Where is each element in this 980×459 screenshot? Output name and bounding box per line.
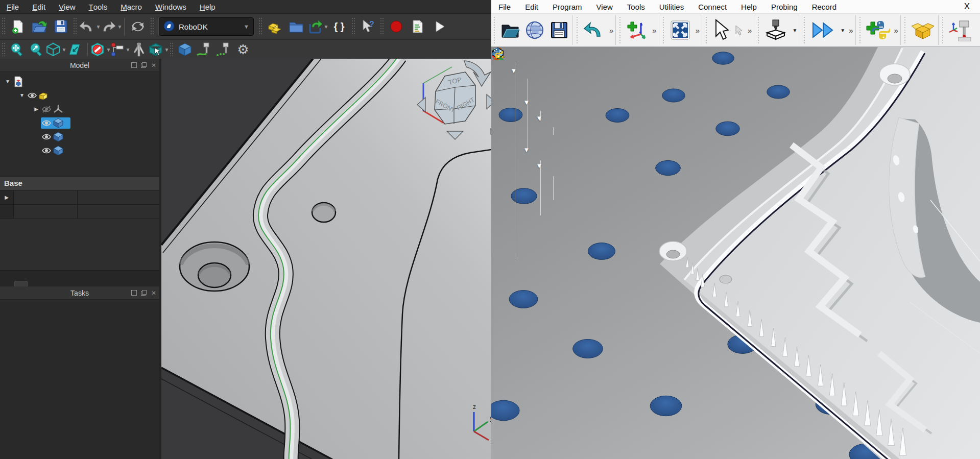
save-button[interactable]: [51, 16, 70, 37]
refresh-button[interactable]: [128, 16, 148, 37]
dropdown-caret[interactable]: ▼: [244, 23, 249, 30]
expander-right-icon[interactable]: ▶: [32, 106, 41, 112]
station-tree-item-part-1[interactable]: [491, 189, 706, 205]
dropdown-caret[interactable]: ▼: [117, 24, 123, 30]
dependency-button[interactable]: ▼: [111, 41, 128, 58]
dropdown-caret[interactable]: ▼: [839, 28, 847, 33]
menu-edit[interactable]: Edit: [518, 0, 545, 13]
freecad-3d-viewport[interactable]: TOP FRONT RIGHT: [161, 59, 491, 459]
menu-file[interactable]: File: [0, 0, 26, 13]
fit-selection-button[interactable]: [28, 41, 45, 58]
menu-windows[interactable]: Windows: [149, 0, 193, 13]
open-file-button[interactable]: [498, 17, 522, 43]
dropdown-caret[interactable]: ▼: [164, 47, 170, 53]
toolbar-grip[interactable]: [351, 18, 355, 36]
robodk-part-button[interactable]: [176, 41, 194, 58]
toolbar-grip[interactable]: [380, 18, 384, 36]
tab-data[interactable]: [14, 281, 28, 286]
toolbar-grip[interactable]: [150, 18, 154, 36]
align-view-button[interactable]: [66, 41, 84, 58]
undo-button[interactable]: [581, 17, 607, 43]
robodk-3d-viewport[interactable]: ▼▼▼▼▼▼: [491, 47, 980, 459]
close-icon[interactable]: ✕: [150, 62, 157, 69]
tree-item-base-plate[interactable]: [0, 116, 159, 130]
station-tree-item-part-2[interactable]: [491, 205, 706, 221]
new-document-button[interactable]: [8, 16, 28, 37]
expander-down-icon[interactable]: ▼: [534, 162, 545, 170]
dropdown-caret[interactable]: ▼: [324, 24, 329, 30]
menu-program[interactable]: Program: [545, 0, 589, 13]
property-value[interactable]: [78, 205, 159, 219]
open-document-button[interactable]: [30, 16, 49, 37]
measure-button[interactable]: [130, 41, 148, 58]
fast-simulation-button[interactable]: [808, 17, 839, 43]
station-tree-item-gunend[interactable]: [491, 237, 706, 253]
expander-down-icon[interactable]: ▼: [534, 114, 545, 122]
toolbar-grip[interactable]: [2, 43, 6, 57]
expander-down-icon[interactable]: ▼: [3, 79, 12, 84]
toolbar-grip[interactable]: [858, 17, 862, 43]
dropdown-caret[interactable]: ▼: [62, 47, 67, 53]
whats-this-button[interactable]: ?: [358, 16, 377, 37]
menu-edit[interactable]: Edit: [26, 0, 52, 13]
station-tree-item-freecad-dispensing[interactable]: ▼: [491, 47, 706, 63]
expander-down-icon[interactable]: ▼: [521, 146, 532, 154]
fit-all-button[interactable]: [667, 17, 694, 43]
run-macro-button[interactable]: [429, 16, 449, 37]
add-reference-frame-button[interactable]: [624, 17, 650, 43]
toolbar-overflow-chevron[interactable]: »: [694, 26, 701, 35]
property-value[interactable]: [78, 190, 159, 204]
menu-connect[interactable]: Connect: [691, 0, 734, 13]
station-tree-item-part-0[interactable]: [491, 174, 706, 189]
expander-down-icon[interactable]: ▼: [521, 99, 532, 106]
open-station-button[interactable]: [286, 16, 306, 37]
close-icon[interactable]: ✕: [150, 289, 157, 297]
toolbar-grip[interactable]: [757, 17, 760, 43]
toolbar-overflow-chevron[interactable]: »: [847, 26, 854, 35]
toolbar-overflow-chevron[interactable]: »: [746, 26, 753, 35]
expander-down-icon[interactable]: ▼: [17, 92, 27, 98]
menu-view[interactable]: View: [589, 0, 620, 13]
define-tcp-button[interactable]: [946, 17, 975, 43]
tree-item-ur-demo-part-render[interactable]: ▼: [0, 88, 159, 102]
station-tree-item-work-frame[interactable]: ▼: [491, 142, 706, 158]
toolbar-grip[interactable]: [662, 17, 665, 43]
isometric-view-button[interactable]: ▼: [47, 41, 64, 58]
menu-macro[interactable]: Macro: [114, 0, 149, 13]
float-icon[interactable]: [141, 290, 147, 296]
save-station-button[interactable]: [547, 17, 571, 43]
property-expander-icon[interactable]: ▶: [0, 190, 14, 204]
toolbar-overflow-chevron[interactable]: »: [650, 26, 657, 35]
toolbar-grip[interactable]: [576, 17, 579, 43]
tree-item-origin[interactable]: ▶: [0, 102, 159, 116]
menu-utilities[interactable]: Utilities: [652, 0, 691, 13]
dock-icon[interactable]: [130, 62, 137, 69]
point-follow-project-button[interactable]: [215, 41, 232, 58]
menu-tools[interactable]: Tools: [620, 0, 652, 13]
record-macro-button[interactable]: [387, 16, 406, 37]
dropdown-caret[interactable]: ▼: [791, 28, 799, 33]
toolbar-grip[interactable]: [903, 17, 907, 43]
select-tool-button[interactable]: [710, 17, 731, 43]
menu-view[interactable]: View: [52, 0, 82, 13]
station-tree-item-aim-ro-[interactable]: [491, 126, 706, 142]
settings-macro-button[interactable]: { }: [329, 16, 349, 37]
station-tree-item-robodk-rdk-[interactable]: ▼: [491, 94, 706, 110]
station-tree-item-curve[interactable]: [491, 221, 706, 237]
station-tree-item-table[interactable]: [491, 79, 706, 94]
float-icon[interactable]: [141, 62, 147, 68]
menu-file[interactable]: File: [491, 0, 518, 13]
dropdown-caret[interactable]: ▼: [126, 47, 131, 53]
curve-follow-project-button[interactable]: [196, 41, 213, 58]
expander-down-icon[interactable]: ▼: [508, 67, 519, 75]
select-alt-tool-button[interactable]: [731, 17, 746, 43]
clipping-plane-button[interactable]: ▼: [91, 41, 109, 58]
toolbar-grip[interactable]: [2, 18, 6, 36]
workbench-selector[interactable]: RoboDK▼: [159, 17, 254, 36]
station-tree-item-world-frame[interactable]: ▼: [491, 63, 706, 79]
export-curve-button[interactable]: ▼: [308, 16, 327, 37]
toolbar-grip[interactable]: [941, 17, 945, 43]
toolbar-grip[interactable]: [170, 43, 174, 57]
toolbar-overflow-chevron[interactable]: »: [892, 26, 899, 35]
menu-tools[interactable]: Tools: [82, 0, 114, 13]
